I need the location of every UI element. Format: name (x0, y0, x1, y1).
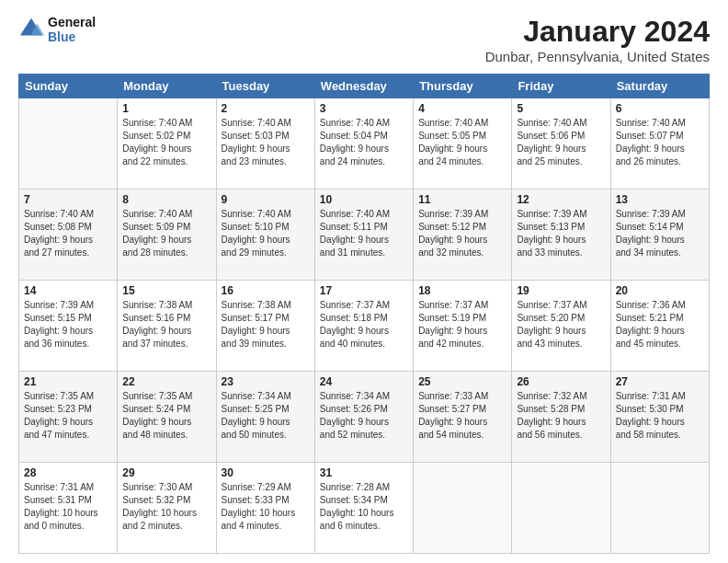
table-row: 22Sunrise: 7:35 AM Sunset: 5:24 PM Dayli… (118, 372, 216, 463)
day-number: 26 (517, 375, 605, 388)
subtitle: Dunbar, Pennsylvania, United States (485, 49, 710, 64)
calendar-week-row: 7Sunrise: 7:40 AM Sunset: 5:08 PM Daylig… (19, 190, 710, 281)
day-number: 7 (24, 193, 112, 206)
table-row: 3Sunrise: 7:40 AM Sunset: 5:04 PM Daylig… (314, 98, 413, 190)
table-row: 17Sunrise: 7:37 AM Sunset: 5:18 PM Dayli… (314, 281, 413, 372)
day-number: 30 (222, 466, 310, 479)
table-row: 27Sunrise: 7:31 AM Sunset: 5:30 PM Dayli… (610, 372, 709, 463)
day-info: Sunrise: 7:31 AM Sunset: 5:31 PM Dayligh… (24, 481, 112, 533)
table-row: 9Sunrise: 7:40 AM Sunset: 5:10 PM Daylig… (216, 190, 314, 281)
table-row: 18Sunrise: 7:37 AM Sunset: 5:19 PM Dayli… (414, 281, 512, 372)
day-info: Sunrise: 7:37 AM Sunset: 5:20 PM Dayligh… (517, 299, 605, 350)
table-row: 26Sunrise: 7:32 AM Sunset: 5:28 PM Dayli… (512, 372, 610, 463)
day-number: 28 (24, 466, 112, 479)
day-info: Sunrise: 7:37 AM Sunset: 5:18 PM Dayligh… (320, 299, 408, 350)
day-number: 14 (24, 284, 112, 297)
header: General Blue January 2024 Dunbar, Pennsy… (18, 15, 710, 64)
table-row (610, 463, 709, 554)
day-info: Sunrise: 7:40 AM Sunset: 5:04 PM Dayligh… (320, 117, 408, 168)
table-row: 23Sunrise: 7:34 AM Sunset: 5:25 PM Dayli… (216, 372, 314, 463)
logo-text: General Blue (48, 15, 96, 44)
table-row: 8Sunrise: 7:40 AM Sunset: 5:09 PM Daylig… (118, 190, 216, 281)
header-friday: Friday (512, 75, 610, 98)
day-info: Sunrise: 7:36 AM Sunset: 5:21 PM Dayligh… (616, 299, 704, 350)
day-info: Sunrise: 7:40 AM Sunset: 5:11 PM Dayligh… (320, 208, 408, 259)
table-row: 20Sunrise: 7:36 AM Sunset: 5:21 PM Dayli… (610, 281, 709, 372)
day-number: 3 (320, 102, 408, 115)
day-info: Sunrise: 7:40 AM Sunset: 5:06 PM Dayligh… (517, 117, 605, 168)
day-number: 8 (122, 193, 210, 206)
day-info: Sunrise: 7:40 AM Sunset: 5:07 PM Dayligh… (616, 117, 704, 168)
day-info: Sunrise: 7:33 AM Sunset: 5:27 PM Dayligh… (418, 390, 506, 442)
calendar-week-row: 28Sunrise: 7:31 AM Sunset: 5:31 PM Dayli… (19, 463, 710, 554)
title-block: January 2024 Dunbar, Pennsylvania, Unite… (485, 15, 710, 64)
day-info: Sunrise: 7:34 AM Sunset: 5:26 PM Dayligh… (320, 390, 408, 442)
day-number: 23 (222, 375, 310, 388)
day-info: Sunrise: 7:40 AM Sunset: 5:02 PM Dayligh… (122, 117, 210, 168)
day-info: Sunrise: 7:39 AM Sunset: 5:14 PM Dayligh… (616, 208, 704, 259)
day-number: 6 (616, 102, 704, 115)
table-row: 5Sunrise: 7:40 AM Sunset: 5:06 PM Daylig… (512, 98, 610, 190)
day-info: Sunrise: 7:35 AM Sunset: 5:24 PM Dayligh… (122, 390, 210, 442)
table-row: 11Sunrise: 7:39 AM Sunset: 5:12 PM Dayli… (414, 190, 512, 281)
day-info: Sunrise: 7:28 AM Sunset: 5:34 PM Dayligh… (320, 481, 408, 533)
table-row: 21Sunrise: 7:35 AM Sunset: 5:23 PM Dayli… (19, 372, 118, 463)
table-row: 28Sunrise: 7:31 AM Sunset: 5:31 PM Dayli… (19, 463, 118, 554)
day-info: Sunrise: 7:37 AM Sunset: 5:19 PM Dayligh… (418, 299, 506, 350)
day-number: 15 (122, 284, 210, 297)
day-number: 20 (616, 284, 704, 297)
day-number: 24 (320, 375, 408, 388)
day-number: 21 (24, 375, 112, 388)
header-sunday: Sunday (19, 75, 118, 98)
logo-icon (18, 17, 44, 42)
page: General Blue January 2024 Dunbar, Pennsy… (0, 0, 728, 563)
day-info: Sunrise: 7:29 AM Sunset: 5:33 PM Dayligh… (222, 481, 310, 533)
main-title: January 2024 (485, 15, 710, 49)
calendar-week-row: 21Sunrise: 7:35 AM Sunset: 5:23 PM Dayli… (19, 372, 710, 463)
table-row: 4Sunrise: 7:40 AM Sunset: 5:05 PM Daylig… (414, 98, 512, 190)
table-row: 7Sunrise: 7:40 AM Sunset: 5:08 PM Daylig… (19, 190, 118, 281)
day-info: Sunrise: 7:38 AM Sunset: 5:16 PM Dayligh… (122, 299, 210, 350)
day-number: 5 (517, 102, 605, 115)
day-number: 16 (222, 284, 310, 297)
day-number: 13 (616, 193, 704, 206)
day-number: 17 (320, 284, 408, 297)
header-saturday: Saturday (610, 75, 709, 98)
table-row (19, 98, 118, 190)
header-tuesday: Tuesday (216, 75, 314, 98)
table-row: 25Sunrise: 7:33 AM Sunset: 5:27 PM Dayli… (414, 372, 512, 463)
day-info: Sunrise: 7:40 AM Sunset: 5:08 PM Dayligh… (24, 208, 112, 259)
calendar-week-row: 14Sunrise: 7:39 AM Sunset: 5:15 PM Dayli… (19, 281, 710, 372)
table-row: 29Sunrise: 7:30 AM Sunset: 5:32 PM Dayli… (118, 463, 216, 554)
header-thursday: Thursday (414, 75, 512, 98)
day-number: 29 (122, 466, 210, 479)
day-info: Sunrise: 7:31 AM Sunset: 5:30 PM Dayligh… (616, 390, 704, 442)
table-row (414, 463, 512, 554)
day-number: 19 (517, 284, 605, 297)
header-wednesday: Wednesday (314, 75, 413, 98)
table-row: 16Sunrise: 7:38 AM Sunset: 5:17 PM Dayli… (216, 281, 314, 372)
day-number: 22 (122, 375, 210, 388)
table-row: 19Sunrise: 7:37 AM Sunset: 5:20 PM Dayli… (512, 281, 610, 372)
table-row: 13Sunrise: 7:39 AM Sunset: 5:14 PM Dayli… (610, 190, 709, 281)
day-number: 1 (122, 102, 210, 115)
day-number: 27 (616, 375, 704, 388)
day-info: Sunrise: 7:39 AM Sunset: 5:12 PM Dayligh… (418, 208, 506, 259)
day-number: 9 (222, 193, 310, 206)
day-number: 2 (222, 102, 310, 115)
day-info: Sunrise: 7:32 AM Sunset: 5:28 PM Dayligh… (517, 390, 605, 442)
day-number: 25 (418, 375, 506, 388)
table-row: 2Sunrise: 7:40 AM Sunset: 5:03 PM Daylig… (216, 98, 314, 190)
day-info: Sunrise: 7:39 AM Sunset: 5:13 PM Dayligh… (517, 208, 605, 259)
day-info: Sunrise: 7:34 AM Sunset: 5:25 PM Dayligh… (222, 390, 310, 442)
day-info: Sunrise: 7:40 AM Sunset: 5:10 PM Dayligh… (222, 208, 310, 259)
table-row (512, 463, 610, 554)
table-row: 30Sunrise: 7:29 AM Sunset: 5:33 PM Dayli… (216, 463, 314, 554)
table-row: 10Sunrise: 7:40 AM Sunset: 5:11 PM Dayli… (314, 190, 413, 281)
calendar-week-row: 1Sunrise: 7:40 AM Sunset: 5:02 PM Daylig… (19, 98, 710, 190)
table-row: 14Sunrise: 7:39 AM Sunset: 5:15 PM Dayli… (19, 281, 118, 372)
day-number: 31 (320, 466, 408, 479)
day-number: 12 (517, 193, 605, 206)
table-row: 12Sunrise: 7:39 AM Sunset: 5:13 PM Dayli… (512, 190, 610, 281)
day-number: 4 (418, 102, 506, 115)
